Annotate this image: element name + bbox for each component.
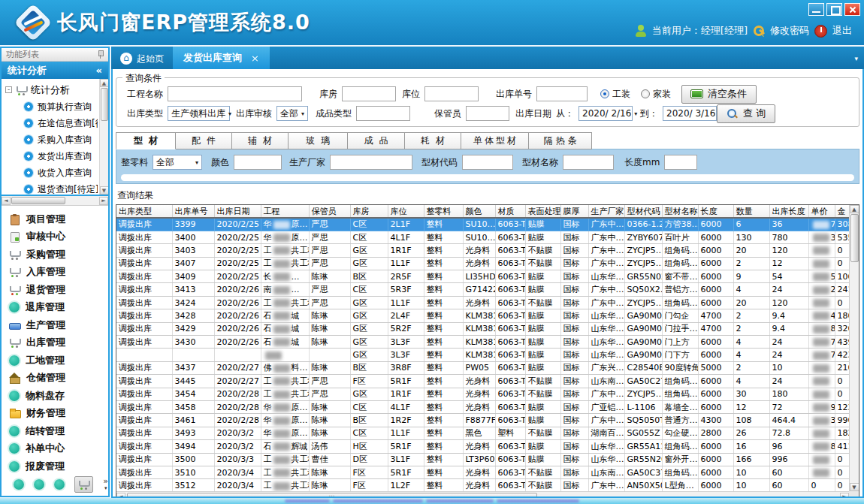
tree-item-发货出库查询[interactable]: 发货出库查询 xyxy=(3,148,98,164)
sidebar-item-退货管理[interactable]: 退货管理 xyxy=(2,281,108,299)
radio-jiazhuang[interactable]: 家装 xyxy=(641,88,671,101)
tree-item-退货查询[待定][interactable]: 退货查询[待定] xyxy=(3,181,98,196)
table-row[interactable]: 调拨出库35122020/3/4工共工程陈琳F区1L2F整料光身料6063-T5… xyxy=(116,479,849,491)
tree-horizontal-scrollbar[interactable]: ◄ ► xyxy=(2,196,108,206)
sidebar-item-报废管理[interactable]: 报废管理 xyxy=(2,457,108,475)
scroll-left-icon[interactable]: ◄ xyxy=(2,197,11,205)
column-header-颜色[interactable]: 颜色 xyxy=(463,205,495,218)
sidebar-item-补单中心[interactable]: 补单中心 xyxy=(2,440,108,458)
column-header-出库长度[interactable]: 出库长度 xyxy=(769,205,808,218)
overflow-chevron-icon[interactable]: »▾ xyxy=(103,478,108,491)
whole-part-select[interactable]: 全部▾ xyxy=(153,155,202,170)
column-header-型材代码[interactable]: 型材代码 xyxy=(624,205,662,218)
table-hscrollbar-thumb[interactable]: lll xyxy=(127,493,537,498)
sidebar-item-出库管理[interactable]: 出库管理 xyxy=(2,334,108,352)
sidebar-item-采购管理[interactable]: 采购管理 xyxy=(2,246,108,264)
material-tab-耗材[interactable]: 耗材 xyxy=(405,132,461,149)
location-input[interactable] xyxy=(424,86,479,101)
table-row[interactable]: 调拨出库34242020/2/26工共工程严思G区1L1F整料光身料6063-T… xyxy=(116,296,849,309)
table-horizontal-scrollbar[interactable]: ◄ lll ► xyxy=(116,491,849,498)
product-type-input[interactable] xyxy=(356,106,410,121)
column-header-材质[interactable]: 材质 xyxy=(495,205,525,218)
project-name-input[interactable] xyxy=(168,86,302,101)
collapse-icon[interactable]: « xyxy=(96,65,102,76)
sidebar-item-审核中心[interactable]: 审核中心 xyxy=(2,228,108,246)
table-row[interactable]: 调拨出库34612020/2/28华原…陈琳B区1R2F整料F8877FT606… xyxy=(116,414,849,427)
color-input[interactable] xyxy=(234,155,282,170)
column-header-型材名称[interactable]: 型材名称 xyxy=(662,205,698,218)
sidebar-group-header[interactable]: 统计分析 « xyxy=(2,62,108,79)
keeper-input[interactable] xyxy=(466,106,509,121)
tab-outbound-query[interactable]: 发货出库查询 × xyxy=(173,47,270,69)
material-tab-成品[interactable]: 成品 xyxy=(348,132,405,149)
material-tab-辅材[interactable]: 辅材 xyxy=(232,132,289,149)
table-row[interactable]: 调拨出库34292020/2/26石城陈琳G区5R2F整料KLM38176063… xyxy=(116,322,849,335)
column-header-整零料[interactable]: 整零料 xyxy=(424,205,463,218)
table-row[interactable]: G区3L3F整料KLM38176063-T5贴膜国标山东华…GA90M09…门下… xyxy=(116,349,849,361)
minimize-button[interactable] xyxy=(808,3,824,16)
manufacturer-input[interactable] xyxy=(330,155,412,170)
table-row[interactable]: 调拨出库35002020/3/3工共工程曹佳D区3L1F整料LT3P606063… xyxy=(116,453,849,466)
close-button[interactable] xyxy=(844,3,860,16)
date-from-select[interactable]: 2020/ 2/16▾ xyxy=(579,106,633,121)
table-row[interactable]: 调拨出库34282020/2/26石城陈琳G区2L4F整料KLM38176063… xyxy=(116,309,849,322)
table-row[interactable]: 调拨出库34002020/2/25华原…严思C区4L1F整料SU10…6063-… xyxy=(116,231,849,243)
sidebar-item-退库管理[interactable]: 退库管理 xyxy=(2,299,108,317)
tab-list-dropdown-icon[interactable]: ▾ xyxy=(854,55,858,62)
sidebar-item-结转管理[interactable]: 结转管理 xyxy=(2,422,108,440)
sidebar-item-仓储管理[interactable]: 仓储管理 xyxy=(2,370,108,388)
sidebar-item-生产管理[interactable]: 生产管理 xyxy=(2,316,108,334)
material-tab-配件[interactable]: 配件 xyxy=(176,132,232,149)
order-no-input[interactable] xyxy=(536,86,588,101)
audit-select[interactable]: 全部▾ xyxy=(276,106,308,121)
table-row[interactable]: 调拨出库35102020/3/4工共工程陈琳F区5R1F整料光身料6063-T5… xyxy=(116,466,849,478)
sidebar-item-财务管理[interactable]: 财务管理 xyxy=(2,405,108,423)
column-header-单价[interactable]: 单价 xyxy=(808,205,835,218)
change-password-link[interactable]: 修改密码 xyxy=(770,24,809,38)
tree-expander-icon[interactable]: - xyxy=(5,86,12,93)
tree-root-node[interactable]: - 统计分析 xyxy=(3,81,98,98)
clear-conditions-button[interactable]: 清空条件 xyxy=(681,85,757,104)
tree-item-收货入库查询[interactable]: 收货入库查询 xyxy=(3,164,98,181)
material-tab-型材[interactable]: 型材 xyxy=(116,132,176,149)
sidebar-item-入库管理[interactable]: 入库管理 xyxy=(2,264,108,282)
sidebar-item-项目管理[interactable]: 项目管理 xyxy=(2,210,108,228)
column-header-膜厚[interactable]: 膜厚 xyxy=(560,205,588,218)
scroll-right-icon[interactable]: ► xyxy=(840,493,849,499)
scroll-up-icon[interactable]: ▲ xyxy=(100,79,109,87)
table-row[interactable]: 调拨出库34072020/2/25工共工程严思G区1L1F整料光身料6063-T… xyxy=(116,257,849,270)
scroll-down-icon[interactable]: ▼ xyxy=(100,186,109,195)
column-header-出库日期[interactable]: 出库日期 xyxy=(214,205,261,218)
table-row[interactable]: 调拨出库34542020/2/28工共工程严思G区1R1F整料光身料6063-T… xyxy=(116,388,849,400)
profile-name-input[interactable] xyxy=(563,155,614,170)
length-input[interactable] xyxy=(664,155,697,170)
profile-code-input[interactable] xyxy=(462,155,513,170)
table-vscrollbar-thumb[interactable] xyxy=(850,214,859,262)
column-header-数量[interactable]: 数量 xyxy=(733,205,769,218)
table-row[interactable]: 调拨出库34452020/2/27工共工程严思F区5R1F整料光身料6063-T… xyxy=(116,375,849,388)
table-row[interactable]: 调拨出库34132020/2/26南…严思C区5R3F整料G714226063-… xyxy=(116,283,849,296)
column-header-出库单号[interactable]: 出库单号 xyxy=(172,205,214,218)
table-row[interactable]: 调拨出库34092020/2/25长…陈琳B区2R5F整料LI35HD6063-… xyxy=(116,270,849,283)
tree-scrollbar-thumb[interactable] xyxy=(101,88,108,121)
column-header-长度[interactable]: 长度 xyxy=(698,205,733,218)
logout-link[interactable]: 退出 xyxy=(832,24,852,38)
cart-toolbar-button[interactable] xyxy=(74,476,93,493)
tree-hscrollbar-thumb[interactable] xyxy=(11,197,65,204)
table-row[interactable]: 调拨出库34372020/2/27佛料…陈琳B区3R8F整料PW056063-T… xyxy=(116,361,849,374)
table-row[interactable]: 调拨出库34932020/3/2华原…陈琳C区1L1F整料黑色塑料不贴膜国标湖南… xyxy=(116,427,849,439)
table-row[interactable]: 调拨出库34302020/2/26石城陈琳G区3L3F整料KLM38176063… xyxy=(116,336,849,349)
pin-icon[interactable] xyxy=(97,50,104,59)
scroll-up-icon[interactable]: ▲ xyxy=(850,205,859,213)
material-tab-单体型材[interactable]: 单体型材 xyxy=(461,132,529,149)
table-row[interactable]: 调拨出库34942020/3/2石辉城汤伟H区5R1F整料光身料6063-T5贴… xyxy=(116,440,849,453)
date-to-select[interactable]: 2020/ 3/16▾ xyxy=(663,106,717,121)
table-row[interactable]: 调拨出库33992020/2/25华原…严思C区2L1F整料SU10…6063-… xyxy=(116,218,849,231)
column-header-金[interactable]: 金 xyxy=(835,205,849,218)
column-header-出库类型[interactable]: 出库类型 xyxy=(116,205,172,218)
table-row[interactable]: 调拨出库34582020/2/28华原…陈琳C区4L1F整料光身料6063-T5… xyxy=(116,400,849,413)
column-header-库位[interactable]: 库位 xyxy=(388,205,424,218)
column-header-库房[interactable]: 库房 xyxy=(350,205,388,218)
module-dot-icon[interactable] xyxy=(34,479,44,490)
column-header-表面处理[interactable]: 表面处理 xyxy=(525,205,560,218)
